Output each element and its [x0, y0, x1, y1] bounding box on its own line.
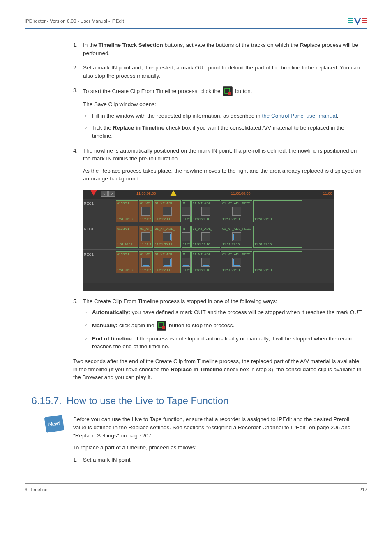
sub-list: Automatically: you have defined a mark O…: [83, 308, 363, 351]
clip-name: 01_XT_ADL_REC1: [222, 252, 252, 257]
list-item: Manually: click again the button to stop…: [83, 321, 363, 331]
text: As the Replace process takes place, the …: [83, 167, 363, 183]
clip-thumbnail: [141, 232, 150, 241]
warning-icon: [170, 190, 177, 196]
footer-page-number: 217: [360, 486, 367, 493]
clip-timecode: 11:51:21:10: [193, 268, 220, 273]
clip-thumbnail: [182, 207, 191, 216]
clip-name: 01_XT_: [140, 227, 152, 231]
text: Set a mark IN point and, if requested, a…: [83, 65, 360, 79]
clip-timecode: 11:51:2: [140, 242, 152, 247]
timeline-clip: 11:51:21:10: [253, 200, 302, 222]
closing-paragraph: Two seconds after the end of the Create …: [73, 357, 363, 382]
clip-name: 01_XT_ADL_REC1: [222, 201, 252, 206]
svg-rect-1: [348, 20, 353, 21]
clip-timecode: 11:51:20:18: [155, 268, 180, 273]
clip-name: 01_XT_ADL_: [193, 252, 220, 257]
timeline-ruler: V V 11:00:08:00 11:00:09:00 11:00: [83, 190, 334, 199]
new-badge: New!: [44, 415, 65, 433]
text: .: [337, 113, 339, 119]
timeline-clip: 11:51:21:10: [253, 251, 302, 273]
timeline-clip: 11:51:21:10: [253, 226, 302, 248]
clip-name: 01_XT_: [140, 252, 152, 257]
timecode: 11:00:09:00: [231, 191, 251, 197]
clip-timecode: 1:51:20:13: [117, 242, 138, 247]
clip-name: 01_XT_ADL_REC1: [222, 227, 252, 231]
svg-rect-3: [362, 18, 367, 19]
clip-timecode: 11:51:20:18: [155, 217, 180, 222]
bold-text: Manually:: [92, 322, 118, 328]
text: Set a mark IN point.: [83, 457, 132, 463]
timeline-clip: 01_XT_ADL_11:51:21:10: [191, 226, 220, 248]
clip-timecode: 11:51:21:02: [183, 268, 190, 273]
clip-thumbnail: [232, 258, 241, 267]
page-header: IPDirector - Version 6.00 - User Manual …: [25, 16, 367, 29]
clip-thumbnail: [182, 258, 191, 267]
timeline-clip: 01_XT_ADL_REC111:51:21:10: [221, 200, 252, 222]
svg-rect-5: [362, 22, 367, 23]
timeline-spacer: [83, 283, 334, 291]
clip-thumbnail: [201, 258, 210, 267]
section-step-1: Set a mark IN point.: [73, 456, 363, 464]
clip-name: R: [183, 252, 190, 257]
control-panel-link[interactable]: the Control Panel user manual: [262, 113, 337, 119]
content-area: In the Timeline Track Selection buttons,…: [73, 41, 363, 464]
clip-thumbnail: [141, 258, 150, 267]
list-item: Tick the Replace in Timeline check box i…: [83, 124, 363, 140]
clip-thumbnail: [182, 232, 191, 241]
timeline-clip: 01_XT_ADL_11:51:20:18: [154, 226, 181, 248]
timecode: 11:00: [323, 191, 332, 197]
timeline-clip: 613B/011:51:20:13: [116, 226, 138, 248]
track-label: REC1: [84, 201, 94, 206]
timeline-clip: 01_XT_11:51:2: [139, 251, 153, 273]
track-label: REC1: [84, 227, 94, 232]
clip-timecode: 11:51:21:10: [254, 268, 302, 273]
clip-timecode: 11:51:21:10: [254, 217, 302, 222]
timeline-clip: 613B/011:51:20:13: [116, 200, 138, 222]
svg-point-7: [228, 92, 231, 95]
timeline-clip: R11:51:21:02: [182, 251, 191, 273]
timeline-clip: 01_XT_ADL_11:51:20:18: [154, 200, 181, 222]
clip-name: 01_XT_ADL_: [155, 201, 180, 206]
section-heading: 6.15.7. How to use the Live to Tape Func…: [25, 394, 363, 408]
section-intro: Before you can use the Live to Tape func…: [73, 415, 363, 439]
clip-name: R: [183, 227, 190, 231]
bold-text: Replace in Timeline: [113, 125, 165, 131]
timeline-clip: 01_XT_11:51:2: [139, 226, 153, 248]
clip-name: 01_XT_ADL_: [193, 227, 220, 231]
sub-list: Fill in the window with the requested cl…: [83, 112, 363, 140]
clip-timecode: 11:51:21:10: [254, 242, 302, 247]
text: click again the: [118, 322, 156, 328]
clip-thumbnail: [232, 232, 241, 241]
create-clip-icon: [157, 321, 166, 331]
step-4: The nowline is automatically positioned …: [73, 147, 363, 183]
clip-name: 01_XT_ADL_: [155, 227, 180, 231]
v-button: V: [108, 191, 115, 197]
header-title: IPDirector - Version 6.00 - User Manual …: [25, 18, 124, 25]
svg-rect-2: [348, 22, 353, 23]
clip-name: R: [183, 201, 190, 206]
svg-rect-4: [362, 20, 367, 21]
step-3: To start the Create Clip From Timeline p…: [73, 86, 363, 140]
step-5: The Create Clip From Timeline process is…: [73, 297, 363, 351]
timeline-clip: R11:51:21:02: [182, 226, 191, 248]
text: The Save Clip window opens:: [83, 100, 363, 109]
timeline-clip: R11:51:21:02: [182, 200, 191, 222]
list-item: Automatically: you have defined a mark O…: [83, 308, 363, 317]
page-footer: 6. Timeline 217: [25, 483, 367, 493]
procedure-list: In the Timeline Track Selection buttons,…: [73, 41, 363, 140]
timeline-track: REC1613B/011:51:20:1301_XT_11:51:201_XT_…: [83, 199, 334, 224]
timeline-clip: 01_XT_ADL_11:51:20:18: [154, 251, 181, 273]
list-item: Fill in the window with the requested cl…: [83, 112, 363, 120]
clip-name: 01_XT_ADL_: [193, 201, 220, 206]
clip-thumbnail: [201, 232, 210, 241]
section-steps: Set a mark IN point.: [73, 456, 363, 464]
list-item: End of timeline: If the process is not s…: [83, 335, 363, 351]
section-lead: To replace a part of a timeline, proceed…: [73, 444, 363, 452]
text: The Create Clip From Timeline process is…: [83, 298, 277, 304]
create-clip-icon: [223, 86, 233, 96]
clip-timecode: 1:51:20:13: [117, 268, 138, 273]
clip-timecode: 11:51:2: [140, 268, 152, 273]
svg-point-9: [162, 326, 165, 329]
procedure-list-contd2: The Create Clip From Timeline process is…: [73, 297, 363, 351]
